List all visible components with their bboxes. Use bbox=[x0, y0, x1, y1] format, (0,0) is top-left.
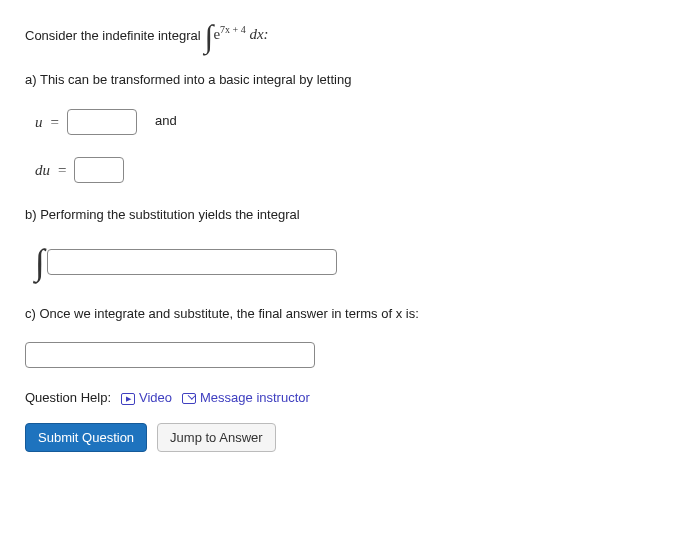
part-a-text: a) This can be transformed into a basic … bbox=[25, 70, 648, 91]
message-instructor-link[interactable]: Message instructor bbox=[182, 388, 310, 409]
substitution-input[interactable] bbox=[47, 249, 337, 275]
question-help-row: Question Help: ▶ Video Message instructo… bbox=[25, 388, 648, 409]
message-link-label: Message instructor bbox=[200, 388, 310, 409]
final-answer-row bbox=[25, 342, 648, 368]
integrand-dx: dx: bbox=[249, 26, 268, 42]
integral-expression: ∫ e7x + 4 dx: bbox=[205, 20, 269, 52]
and-text: and bbox=[155, 111, 177, 132]
integrand-exponent: 7x + 4 bbox=[220, 24, 246, 35]
du-variable: du bbox=[35, 158, 50, 182]
prompt-prefix: Consider the indefinite integral bbox=[25, 26, 201, 47]
u-variable: u bbox=[35, 110, 43, 134]
part-b-text: b) Performing the substitution yields th… bbox=[25, 205, 648, 226]
u-input[interactable] bbox=[67, 109, 137, 135]
video-icon: ▶ bbox=[121, 393, 135, 405]
video-link[interactable]: ▶ Video bbox=[121, 388, 172, 409]
u-equation-row: u = and bbox=[35, 109, 648, 135]
du-input[interactable] bbox=[74, 157, 124, 183]
prompt-line: Consider the indefinite integral ∫ e7x +… bbox=[25, 20, 648, 52]
equals-sign-2: = bbox=[58, 158, 66, 182]
submit-question-button[interactable]: Submit Question bbox=[25, 423, 147, 452]
jump-to-answer-button[interactable]: Jump to Answer bbox=[157, 423, 276, 452]
part-c-text: c) Once we integrate and substitute, the… bbox=[25, 304, 648, 325]
integral-symbol-icon-2: ∫ bbox=[35, 244, 45, 280]
final-answer-input[interactable] bbox=[25, 342, 315, 368]
button-row: Submit Question Jump to Answer bbox=[25, 423, 648, 452]
du-equation-row: du = bbox=[35, 157, 648, 183]
mail-icon bbox=[182, 393, 196, 404]
integrand: e7x + 4 dx: bbox=[213, 20, 268, 46]
integral-symbol-icon: ∫ bbox=[205, 20, 214, 52]
video-link-label: Video bbox=[139, 388, 172, 409]
substitution-integral-row: ∫ bbox=[35, 244, 648, 280]
equals-sign: = bbox=[51, 110, 59, 134]
question-body: Consider the indefinite integral ∫ e7x +… bbox=[25, 20, 648, 452]
help-label: Question Help: bbox=[25, 388, 111, 409]
